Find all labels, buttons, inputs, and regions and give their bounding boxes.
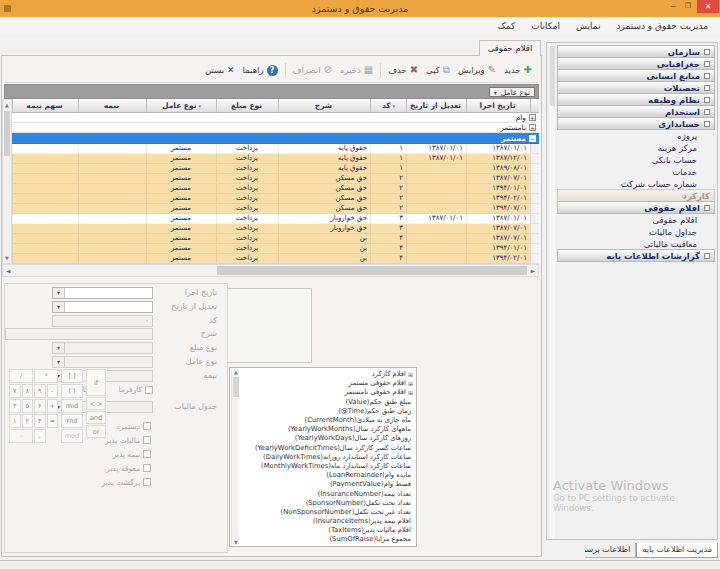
sidebar-item[interactable]: مرکز هزینه <box>557 142 715 154</box>
list-item[interactable]: مبلغ طبق حکم(Value) <box>241 398 413 407</box>
calc-function-key[interactable]: ( ) <box>61 384 83 398</box>
list-item[interactable]: مجموع مزایا(SumOfRaise) <box>241 535 413 544</box>
grid-vertical-scrollbar[interactable]: ▲ ▼ <box>2 99 12 264</box>
sidebar-item[interactable]: خدمات <box>557 166 715 178</box>
calc-key[interactable]: = <box>47 414 59 428</box>
expand-icon[interactable]: ⊞ <box>408 388 413 397</box>
bottom-tab[interactable]: مدیریت اطلاعات پایه <box>636 543 718 558</box>
calc-key[interactable]: ۷ <box>9 384 21 398</box>
calc-function-key[interactable]: mod <box>61 429 83 443</box>
calc-function-key[interactable]: rnd <box>61 414 83 428</box>
flag-checkbox[interactable]: بیمه پذیر <box>102 447 152 461</box>
amount-type-combo[interactable]: ▾ <box>52 342 153 354</box>
calc-logic-key[interactable]: if <box>86 369 106 396</box>
list-item[interactable]: ⊞ اقلام کارکرد <box>241 370 413 379</box>
column-header[interactable]: تعدیل از تاریخ <box>406 99 466 113</box>
column-header[interactable]: سهم بیمه <box>12 99 78 113</box>
scroll-up-icon[interactable]: ▲ <box>232 369 240 375</box>
chevron-down-icon[interactable]: ▾ <box>53 302 65 312</box>
sidebar-item[interactable]: پروژه <box>557 130 715 142</box>
expander-icon[interactable]: + <box>529 114 536 121</box>
edit-button[interactable]: ✎ویرایش <box>454 63 500 77</box>
list-item[interactable]: تعداد غیر تحت تکفل(NonSponsorNumber) <box>241 508 413 517</box>
table-row[interactable]: ۱۳۹۴/۰۲/۰۱ ۴ بن پرداخت مستمر <box>12 254 539 264</box>
sidebar-item[interactable]: حسابداری <box>557 117 715 130</box>
scroll-down-icon[interactable]: ▼ <box>232 539 240 545</box>
calc-key[interactable]: ۲ <box>22 414 34 428</box>
calc-key[interactable]: ۱ <box>9 414 21 428</box>
close-button[interactable]: ✕ <box>697 0 719 13</box>
list-item[interactable]: ماههای کارکرد سال(YearlyWorkMonths) <box>241 425 413 434</box>
list-item[interactable]: اقلام بیمه پذیر(InsuranceItems) <box>241 517 413 526</box>
expand-icon[interactable]: ⊞ <box>408 370 413 379</box>
calc-key[interactable]: . <box>34 429 46 443</box>
grid-horizontal-scrollbar[interactable]: ◄ ► <box>2 264 539 277</box>
list-item[interactable]: روزهای کارکرد سال(YearlyWorkDays) <box>241 434 413 443</box>
list-item[interactable]: ⊞ اقلام حقوقی نامستمر <box>241 388 413 397</box>
list-item[interactable]: تعداد بیمه(InsuranceNumber) <box>241 489 413 498</box>
close-panel-button[interactable]: ✕بستن <box>201 63 239 77</box>
table-row[interactable]: ۱۳۸۷/۰۷/۰۱ ۴ بن پرداخت مستمر <box>12 234 539 244</box>
table-row[interactable]: ۱۳۹۴/۰۱/۰۱ ۴ بن پرداخت مستمر <box>12 244 539 254</box>
help-button[interactable]: ?راهنما <box>239 63 282 78</box>
group-row[interactable]: + وام <box>12 113 539 123</box>
calc-key[interactable]: / <box>9 369 33 383</box>
scrollbar-thumb[interactable] <box>4 111 10 156</box>
chevron-down-icon[interactable]: ▾ <box>53 288 65 298</box>
list-item[interactable]: ساعات کارکرد استاندارد روزانه(DailyWorkT… <box>241 453 413 462</box>
calc-key[interactable]: ۰ <box>9 429 33 443</box>
table-row[interactable]: ۱۳۸۹/۰۸/۰۱ ۱ حقوق پایه پرداخت مستمر <box>12 164 539 174</box>
sidebar-item[interactable]: اقلام حقوقی <box>557 214 715 226</box>
flag-checkbox[interactable]: دستمزد <box>102 419 152 433</box>
scroll-right-icon[interactable]: ► <box>528 265 538 276</box>
tree-scrollbar[interactable]: ▲ ▼ <box>231 369 239 545</box>
calc-logic-key[interactable]: and <box>86 411 106 424</box>
calc-key[interactable]: ۶ <box>34 399 46 413</box>
scrollbar-thumb[interactable] <box>217 266 527 275</box>
menu-item[interactable]: مدیریت حقوق و دستمزد <box>610 20 715 32</box>
list-item[interactable]: زمان طبق حکم(Time@) <box>241 407 413 416</box>
calc-function-key[interactable]: [ ] <box>61 369 83 383</box>
restore-button[interactable]: ❐ <box>681 0 695 13</box>
sidebar-scrollbar[interactable] <box>548 44 555 538</box>
flag-checkbox[interactable]: مالیات پذیر <box>102 433 152 447</box>
table-row[interactable]: ۱۳۹۴/۰۱/۰۱ ۲ حق مسکن پرداخت مستمر <box>12 184 539 194</box>
sidebar-item[interactable]: جداول مالیات <box>557 226 715 238</box>
calc-key[interactable]: * <box>34 369 58 383</box>
calc-key[interactable]: ۵ <box>22 399 34 413</box>
adjust-date-combo[interactable]: ▾ <box>52 301 153 313</box>
column-header[interactable]: بیمه <box>78 99 146 113</box>
exec-date-combo[interactable]: ▾ <box>52 287 153 299</box>
list-item[interactable]: تعداد تحت تکفل(SponsorNumber) <box>241 499 413 508</box>
column-header[interactable]: شرح <box>278 99 370 113</box>
calc-key[interactable]: + <box>47 399 59 413</box>
calc-key[interactable]: ۸ <box>22 384 34 398</box>
tab-salary-items[interactable]: اقلام حقوقی <box>479 40 541 56</box>
table-row[interactable]: ۱۳۸۷/۰۷/۰۱ ۲ حق مسکن پرداخت مستمر <box>12 174 539 184</box>
table-row[interactable]: ۱۳۸۷/۰۱/۰۱ ۱۳۸۷/۰۱/۰۱ ۳ حق خواروبار پردا… <box>12 214 539 224</box>
employer-checkbox[interactable]: کارفرما <box>118 385 153 394</box>
menu-item[interactable]: کمک <box>491 20 523 32</box>
sidebar-item[interactable]: اقلام حقوقی <box>557 201 715 214</box>
list-item[interactable]: ساعات کسر کارکرد سال(YearlyWorkDeficitTi… <box>241 444 413 453</box>
list-item[interactable]: قسط وام(PaymentValue) <box>241 480 413 489</box>
table-row[interactable]: ۱۳۸۷/۰۷/۰۱ ۳ حق خواروبار پرداخت مستمر <box>12 224 539 234</box>
expander-icon[interactable]: + <box>529 124 536 131</box>
calc-key[interactable]: ۴ <box>9 399 21 413</box>
column-header[interactable] <box>530 99 539 113</box>
scrollbar-thumb[interactable] <box>550 46 555 106</box>
group-row[interactable]: − مستمر <box>12 133 539 144</box>
calc-logic-key[interactable]: or <box>86 425 106 438</box>
factor-type-combo[interactable]: ▾ <box>52 356 153 368</box>
menu-item[interactable]: امکانات <box>524 20 567 32</box>
list-item[interactable]: اقلام مالیات پذیر(TaxItems) <box>241 526 413 535</box>
column-header[interactable]: ▾نوع عامل <box>146 99 216 113</box>
minimize-button[interactable]: ‒ <box>666 0 680 13</box>
list-item[interactable]: مانده وام(LoanRemainder) <box>241 471 413 480</box>
column-header[interactable]: ▾کد <box>370 99 406 113</box>
menu-item[interactable]: نمایش <box>569 20 607 32</box>
group-row[interactable]: + نامستمر <box>12 123 539 133</box>
calc-key[interactable]: ۳ <box>34 414 46 428</box>
calc-logic-key[interactable]: < > <box>86 397 106 410</box>
list-item[interactable]: ماه جاری به میلادی(CurrentMonth) <box>241 416 413 425</box>
